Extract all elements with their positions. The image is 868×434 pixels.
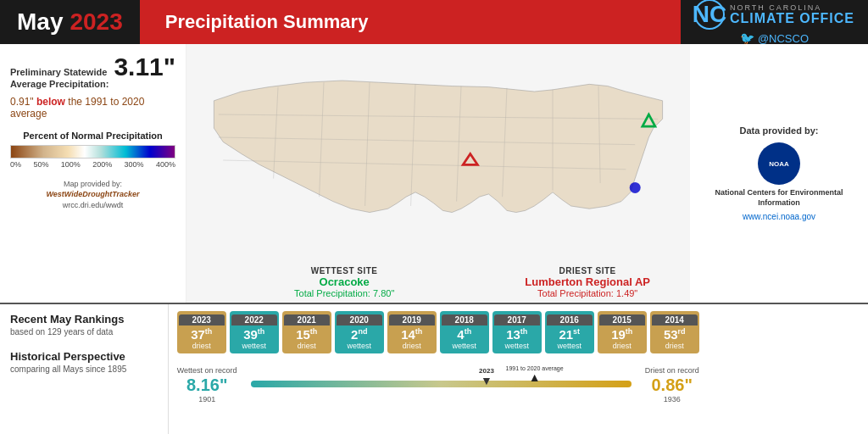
rank-cell: 202337thdriest: [177, 311, 226, 353]
rank-cell: 202239thwettest: [230, 311, 279, 353]
map-area: WETTEST SITE Ocracoke Total Precipitatio…: [186, 44, 690, 303]
main-body: Preliminary Statewide Average Precipitat…: [0, 44, 868, 303]
driest-precip: Total Precipitation: 1.49": [525, 288, 650, 298]
main-container: May 2023 Precipitation Summary NC NORTH …: [0, 0, 868, 434]
twitter-username: @NCSCO: [758, 32, 809, 45]
nc-logo: NC NORTH CAROLINA CLIMATE OFFICE: [694, 0, 854, 30]
rankings-subtitle: based on 129 years of data: [10, 327, 158, 337]
rank-label: wettest: [557, 342, 581, 350]
hist-driest-year: 1936: [664, 395, 681, 403]
ncei-logo-area: NOAA National Centers for Environmental …: [698, 142, 860, 220]
header-month: May: [17, 8, 63, 36]
header-logo-block: NC NORTH CAROLINA CLIMATE OFFICE 🐦 @NCSC…: [681, 0, 868, 44]
logo-text-block: NORTH CAROLINA CLIMATE OFFICE: [730, 3, 854, 25]
nc-outline: [214, 81, 662, 213]
wet-spot: [630, 182, 641, 193]
rank-number: 14th: [401, 327, 422, 342]
cb-label-50: 50%: [33, 160, 48, 169]
cb-label-0: 0%: [10, 160, 21, 169]
header-date: May 2023: [0, 0, 140, 44]
rank-cell: 20184thwettest: [440, 311, 489, 353]
logo-office: OFFICE: [799, 11, 854, 25]
logo-climate: CLIMATE: [730, 11, 795, 25]
rank-year: 2018: [442, 314, 487, 326]
bottom-middle: 202337thdriest202239thwettest202115thdri…: [169, 304, 708, 434]
rank-label: driest: [665, 342, 684, 350]
rank-cell: 201914thdriest: [387, 311, 437, 353]
rank-number: 2nd: [351, 327, 367, 342]
map-credit: Map provided by: WestWideDroughtTracker …: [10, 179, 175, 211]
wettest-name: Ocracoke: [294, 275, 394, 288]
colorbar-labels: 0% 50% 100% 200% 300% 400%: [10, 160, 175, 169]
rank-year: 2021: [284, 314, 330, 326]
hist-bar-container: 2023 ▼ 1991 to 2020 average ▲: [251, 364, 632, 406]
nc-map-svg: [186, 44, 690, 231]
below-val: 0.91": [10, 96, 36, 108]
colorbar-title: Percent of Normal Precipitation: [10, 130, 175, 142]
header-title: Precipitation Summary: [140, 0, 681, 44]
rankings-title: Recent May Rankings: [10, 313, 158, 326]
rank-label: wettest: [242, 342, 266, 350]
historical-row: Wettest on record 8.16" 1901 2023 ▼ 1991…: [177, 364, 699, 406]
rank-year: 2014: [652, 314, 698, 326]
rank-year: 2020: [337, 314, 382, 326]
rankings-row: 202337thdriest202239thwettest202115thdri…: [177, 311, 699, 353]
rank-year: 2023: [179, 314, 225, 326]
bottom-right: [708, 304, 868, 434]
bottom-section: Recent May Rankings based on 129 years o…: [0, 303, 868, 434]
cb-label-200: 200%: [92, 160, 112, 169]
hist-wettest-block: Wettest on record 8.16" 1901: [177, 366, 237, 404]
header-year: 2023: [70, 8, 122, 36]
hist-current-marker: 2023 ▼: [479, 367, 494, 387]
rank-label: driest: [403, 342, 421, 350]
map-credit-site: WestWideDroughtTracker: [46, 190, 139, 198]
site-labels: WETTEST SITE Ocracoke Total Precipitatio…: [254, 266, 690, 298]
below-avg: 0.91" below the 1991 to 2020 average: [10, 96, 175, 120]
avg-row: Preliminary Statewide Average Precipitat…: [10, 53, 175, 91]
nc-map-container: [186, 44, 690, 231]
hist-bar-bg: [251, 381, 632, 387]
rank-number: 21st: [559, 327, 580, 342]
cb-label-100: 100%: [61, 160, 81, 169]
rank-cell: 201453rddriest: [650, 311, 699, 353]
rank-year: 2015: [599, 314, 645, 326]
rank-year: 2016: [547, 314, 593, 326]
ncei-url: www.ncei.noaa.gov: [743, 212, 815, 221]
rank-year: 2017: [494, 314, 540, 326]
ncei-abbr: NOAA: [769, 160, 789, 169]
logo-org: CLIMATE OFFICE: [730, 12, 854, 25]
rank-cell: 201519thdriest: [598, 311, 647, 353]
rank-year: 2022: [231, 314, 277, 326]
hist-wettest-year: 1901: [198, 395, 215, 403]
rank-number: 19th: [611, 327, 632, 342]
map-credit-url: wrcc.dri.edu/wwdt: [63, 201, 124, 209]
rank-label: wettest: [347, 342, 371, 350]
hist-wettest-val: 8.16": [186, 376, 227, 395]
avg-value: 3.11": [114, 53, 175, 81]
rank-number: 13th: [506, 327, 527, 342]
wettest-precip: Total Precipitation: 7.80": [294, 288, 394, 298]
driest-name: Lumberton Regional AP: [525, 275, 650, 288]
map-credit-line1: Map provided by:: [64, 180, 122, 188]
rank-year: 2019: [389, 314, 435, 326]
ncei-name: National Centers for Environmental Infor…: [698, 188, 860, 208]
rank-cell: 202115thdriest: [282, 311, 331, 353]
hist-driest-val: 0.86": [652, 376, 693, 395]
hist-driest-block: Driest on record 0.86" 1936: [645, 366, 699, 404]
current-arrow-icon: ▼: [481, 375, 492, 387]
rank-label: wettest: [504, 342, 529, 350]
header: May 2023 Precipitation Summary NC NORTH …: [0, 0, 868, 44]
cb-label-300: 300%: [125, 160, 144, 169]
historical-title: Historical Perspective: [10, 350, 158, 363]
rank-cell: 20202ndwettest: [335, 311, 384, 353]
rank-label: wettest: [452, 342, 476, 350]
rank-label: driest: [298, 342, 316, 350]
hist-avg-marker: 1991 to 2020 average ▲: [506, 365, 564, 383]
twitter-handle: 🐦 @NCSCO: [740, 31, 809, 45]
rank-number: 39th: [243, 327, 264, 342]
historical-subtitle: comparing all Mays since 1895: [10, 364, 158, 374]
colorbar: [10, 145, 175, 159]
below-word: below: [36, 96, 65, 108]
rank-number: 4th: [457, 327, 471, 342]
hist-driest-label: Driest on record: [645, 366, 699, 376]
